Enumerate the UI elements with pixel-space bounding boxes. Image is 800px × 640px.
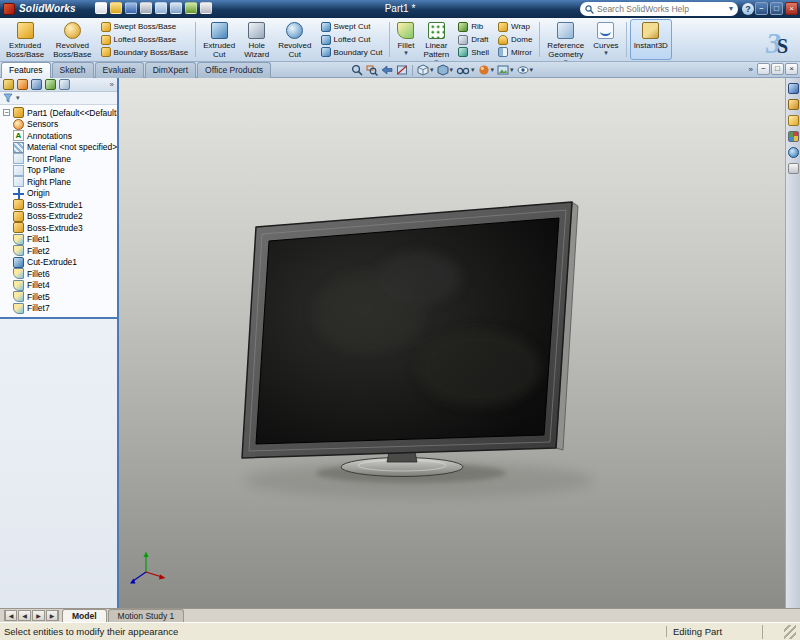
swept-boss-button[interactable]: Swept Boss/Base bbox=[99, 21, 191, 33]
extruded-cut-button[interactable]: Extruded Cut bbox=[199, 19, 239, 60]
minimize-button[interactable]: − bbox=[755, 2, 768, 15]
draft-button[interactable]: Draft bbox=[456, 34, 491, 46]
filter-caret-icon[interactable]: ▾ bbox=[16, 94, 20, 102]
toolbar-overflow-icon[interactable]: » bbox=[749, 65, 753, 74]
view-orientation-caret[interactable]: ▾ bbox=[430, 67, 434, 73]
tv-model[interactable] bbox=[119, 78, 785, 608]
display-style-icon[interactable]: ▾ bbox=[436, 63, 455, 77]
tree-item-fillet1[interactable]: Fillet1 bbox=[2, 234, 117, 246]
reference-geometry-dropdown-icon[interactable]: ▾ bbox=[564, 59, 568, 62]
new-doc-icon[interactable] bbox=[95, 2, 107, 14]
previous-view-icon[interactable] bbox=[380, 63, 394, 77]
save-icon[interactable] bbox=[125, 2, 137, 14]
collapse-icon[interactable]: − bbox=[3, 109, 10, 116]
appearances-icon[interactable] bbox=[788, 147, 799, 158]
tree-item-front-plane[interactable]: Front Plane bbox=[2, 153, 117, 165]
design-library-icon[interactable] bbox=[788, 99, 799, 110]
tree-root-part1[interactable]: − Part1 (Default<<Default>_Display bbox=[2, 107, 117, 119]
tree-item-fillet4[interactable]: Fillet4 bbox=[2, 280, 117, 292]
reference-geometry-button[interactable]: Reference Geometry ▾ bbox=[543, 19, 588, 60]
panel-overflow-icon[interactable]: » bbox=[110, 80, 114, 89]
print-icon[interactable] bbox=[140, 2, 152, 14]
search-box[interactable]: ▾ bbox=[580, 2, 738, 16]
step-back-button[interactable]: ◀ bbox=[18, 610, 31, 621]
tree-item-boss-extrude3[interactable]: Boss-Extrude3 bbox=[2, 222, 117, 234]
open-icon[interactable] bbox=[110, 2, 122, 14]
search-caret-icon[interactable]: ▾ bbox=[729, 5, 733, 13]
lofted-cut-button[interactable]: Lofted Cut bbox=[319, 34, 385, 46]
linear-pattern-dropdown-icon[interactable]: ▾ bbox=[435, 59, 439, 62]
revolved-boss-button[interactable]: Revolved Boss/Base bbox=[49, 19, 95, 60]
tab-dimxpert[interactable]: DimXpert bbox=[145, 62, 196, 78]
tree-item-annotations[interactable]: Annotations bbox=[2, 130, 117, 142]
apply-scene-icon[interactable]: ▾ bbox=[496, 63, 515, 77]
doc-close-button[interactable]: × bbox=[785, 63, 798, 75]
undo-icon[interactable] bbox=[155, 2, 167, 14]
tree-item-fillet5[interactable]: Fillet5 bbox=[2, 291, 117, 303]
shell-button[interactable]: Shell bbox=[456, 46, 491, 58]
step-forward-button[interactable]: ▶ bbox=[32, 610, 45, 621]
mirror-button[interactable]: Mirror bbox=[496, 46, 534, 58]
tab-evaluate[interactable]: Evaluate bbox=[95, 62, 144, 78]
go-end-button[interactable]: ▶ bbox=[46, 610, 59, 621]
graphics-area[interactable] bbox=[119, 78, 785, 608]
tree-item-fillet2[interactable]: Fillet2 bbox=[2, 245, 117, 257]
hide-show-items-icon[interactable]: ▾ bbox=[455, 63, 476, 77]
go-start-button[interactable]: ◀ bbox=[4, 610, 17, 621]
curves-dropdown-icon[interactable]: ▾ bbox=[604, 50, 608, 56]
doc-restore-button[interactable]: □ bbox=[771, 63, 784, 75]
hide-show-caret[interactable]: ▾ bbox=[471, 67, 475, 73]
apply-scene-caret[interactable]: ▾ bbox=[510, 67, 514, 73]
edit-appearance-icon[interactable]: ▾ bbox=[477, 63, 496, 77]
tree-item-cut-extrude1[interactable]: Cut-Extrude1 bbox=[2, 257, 117, 269]
rebuild-icon[interactable] bbox=[185, 2, 197, 14]
feature-manager-tab-icon[interactable] bbox=[3, 79, 14, 90]
display-manager-tab-icon[interactable] bbox=[59, 79, 70, 90]
linear-pattern-button[interactable]: Linear Pattern ▾ bbox=[419, 19, 453, 60]
section-view-icon[interactable] bbox=[395, 63, 409, 77]
view-palette-icon[interactable] bbox=[788, 131, 799, 142]
view-orientation-icon[interactable]: ▾ bbox=[416, 63, 435, 77]
options-icon[interactable] bbox=[200, 2, 212, 14]
close-button[interactable]: × bbox=[785, 2, 798, 15]
tree-item-fillet6[interactable]: Fillet6 bbox=[2, 268, 117, 280]
filter-funnel-icon[interactable] bbox=[3, 93, 13, 103]
display-style-caret[interactable]: ▾ bbox=[450, 67, 454, 73]
file-explorer-icon[interactable] bbox=[788, 115, 799, 126]
edit-appearance-caret[interactable]: ▾ bbox=[491, 67, 495, 73]
tree-item-top-plane[interactable]: Top Plane bbox=[2, 165, 117, 177]
tab-office-products[interactable]: Office Products bbox=[197, 62, 271, 78]
boundary-boss-button[interactable]: Boundary Boss/Base bbox=[99, 46, 191, 58]
dimxpert-manager-tab-icon[interactable] bbox=[45, 79, 56, 90]
tree-item-origin[interactable]: Origin bbox=[2, 188, 117, 200]
tab-sketch[interactable]: Sketch bbox=[52, 62, 94, 78]
lofted-boss-button[interactable]: Lofted Boss/Base bbox=[99, 34, 191, 46]
doc-minimize-button[interactable]: − bbox=[757, 63, 770, 75]
tab-features[interactable]: Features bbox=[1, 62, 51, 78]
instant3d-button[interactable]: Instant3D bbox=[630, 19, 672, 60]
solidworks-resources-icon[interactable] bbox=[788, 83, 799, 94]
rib-button[interactable]: Rib bbox=[456, 21, 491, 33]
swept-cut-button[interactable]: Swept Cut bbox=[319, 21, 385, 33]
tree-item-boss-extrude2[interactable]: Boss-Extrude2 bbox=[2, 211, 117, 223]
resize-grip[interactable] bbox=[784, 625, 796, 639]
zoom-area-icon[interactable] bbox=[365, 63, 379, 77]
maximize-button[interactable]: □ bbox=[770, 2, 783, 15]
fillet-dropdown-icon[interactable]: ▾ bbox=[404, 50, 408, 56]
tree-item-material[interactable]: Material <not specified> bbox=[2, 142, 117, 154]
tree-item-right-plane[interactable]: Right Plane bbox=[2, 176, 117, 188]
custom-properties-icon[interactable] bbox=[788, 163, 799, 174]
tree-item-sensors[interactable]: Sensors bbox=[2, 119, 117, 131]
extruded-boss-button[interactable]: Extruded Boss/Base bbox=[2, 19, 48, 60]
view-settings-caret[interactable]: ▾ bbox=[530, 67, 534, 73]
view-settings-icon[interactable]: ▾ bbox=[516, 63, 535, 77]
revolved-cut-button[interactable]: Revolved Cut bbox=[274, 19, 315, 60]
search-input[interactable] bbox=[597, 4, 726, 14]
fillet-button[interactable]: Fillet ▾ bbox=[393, 19, 418, 60]
help-button[interactable]: ? bbox=[742, 3, 754, 15]
property-manager-tab-icon[interactable] bbox=[17, 79, 28, 90]
tree-item-fillet7[interactable]: Fillet7 bbox=[2, 303, 117, 315]
configuration-manager-tab-icon[interactable] bbox=[31, 79, 42, 90]
tab-motion-study[interactable]: Motion Study 1 bbox=[108, 609, 185, 622]
zoom-fit-icon[interactable] bbox=[350, 63, 364, 77]
